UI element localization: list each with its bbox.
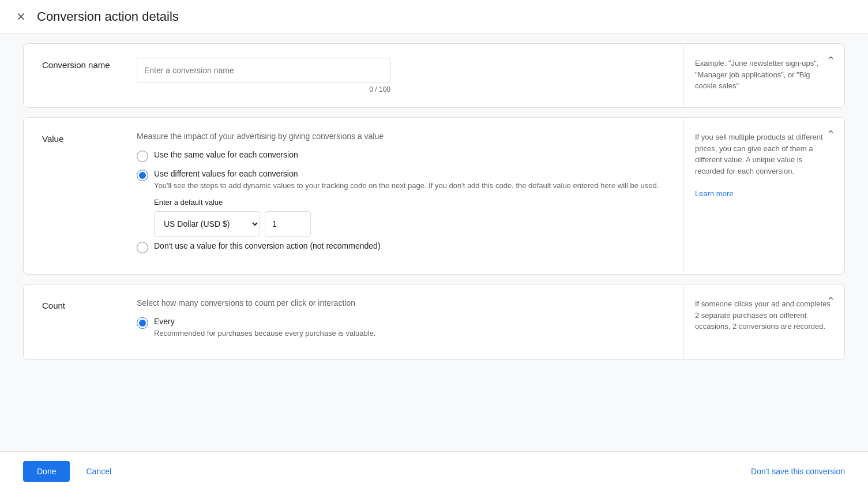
option-every-content: Every Recommended for purchases because …: [154, 317, 375, 339]
conversion-name-card-inner: Conversion name 0 / 100 ⌃ Example: "June…: [24, 44, 844, 107]
count-main: Count Select how many conversions to cou…: [24, 284, 683, 359]
default-value-label: Enter a default value: [154, 198, 659, 207]
option-no-value[interactable]: Don't use a value for this conversion ac…: [137, 241, 659, 253]
collapse-conversion-name-button[interactable]: ⌃: [826, 53, 835, 69]
default-value-input[interactable]: [265, 211, 311, 237]
value-sidebar: ⌃ If you sell multiple products at diffe…: [683, 118, 844, 274]
value-help-text: If you sell multiple products at differe…: [695, 133, 823, 175]
count-card: Count Select how many conversions to cou…: [23, 284, 845, 360]
char-count: 0 / 100: [137, 85, 390, 93]
value-label: Value: [42, 132, 123, 144]
content-area: Conversion name 0 / 100 ⌃ Example: "June…: [0, 34, 868, 415]
close-icon[interactable]: ✕: [14, 10, 28, 24]
page-title: Conversion action details: [37, 9, 179, 24]
radio-no-value[interactable]: [137, 242, 148, 253]
option-same-value-content: Use the same value for each conversion: [154, 150, 298, 159]
value-row: Value Measure the impact of your adverti…: [42, 132, 664, 260]
conversion-name-main: Conversion name 0 / 100: [24, 44, 683, 107]
conversion-name-help-text: Example: "June newsletter sign-ups", "Ma…: [695, 59, 818, 90]
currency-select[interactable]: US Dollar (USD $) Euro (EUR €) British P…: [154, 211, 260, 237]
radio-same-value[interactable]: [137, 151, 148, 162]
option-different-values-sublabel: You'll see the steps to add dynamic valu…: [154, 181, 659, 191]
option-no-value-label: Don't use a value for this conversion ac…: [154, 241, 381, 250]
footer-left: Done Cancel: [23, 461, 121, 482]
option-same-value[interactable]: Use the same value for each conversion: [137, 150, 659, 162]
radio-different-values[interactable]: [137, 170, 148, 181]
option-no-value-content: Don't use a value for this conversion ac…: [154, 241, 381, 250]
conversion-name-card: Conversion name 0 / 100 ⌃ Example: "June…: [23, 43, 845, 108]
footer: Done Cancel Don't save this conversion: [0, 451, 868, 491]
dont-save-button[interactable]: Don't save this conversion: [751, 461, 845, 482]
conversion-name-sidebar: ⌃ Example: "June newsletter sign-ups", "…: [683, 44, 844, 107]
value-options: Measure the impact of your advertising b…: [137, 132, 659, 260]
learn-more-link[interactable]: Learn more: [695, 189, 733, 198]
count-help-text: If someone clicks your ad and completes …: [695, 299, 831, 331]
value-card: Value Measure the impact of your adverti…: [23, 117, 845, 275]
count-row: Count Select how many conversions to cou…: [42, 298, 664, 346]
value-description: Measure the impact of your advertising b…: [137, 132, 659, 141]
option-every[interactable]: Every Recommended for purchases because …: [137, 317, 375, 339]
count-description: Select how many conversions to count per…: [137, 298, 375, 308]
cancel-button[interactable]: Cancel: [77, 461, 121, 482]
radio-every[interactable]: [137, 317, 148, 329]
conversion-name-input[interactable]: [137, 58, 390, 83]
collapse-count-button[interactable]: ⌃: [826, 294, 835, 309]
default-value-inputs: US Dollar (USD $) Euro (EUR €) British P…: [154, 211, 659, 237]
option-every-sublabel: Recommended for purchases because every …: [154, 328, 375, 339]
page-header: ✕ Conversion action details: [0, 0, 868, 34]
count-options: Select how many conversions to count per…: [137, 298, 375, 346]
option-different-values[interactable]: Use different values for each conversion…: [137, 169, 659, 191]
default-value-section: Enter a default value US Dollar (USD $) …: [154, 198, 659, 237]
count-sidebar: ⌃ If someone clicks your ad and complete…: [683, 284, 844, 359]
conversion-name-label: Conversion name: [42, 58, 123, 70]
option-different-values-content: Use different values for each conversion…: [154, 169, 659, 191]
conversion-name-row: Conversion name 0 / 100: [42, 58, 664, 93]
value-card-inner: Value Measure the impact of your adverti…: [24, 118, 844, 274]
option-every-label: Every: [154, 317, 375, 326]
option-same-value-label: Use the same value for each conversion: [154, 150, 298, 159]
value-main: Value Measure the impact of your adverti…: [24, 118, 683, 274]
count-label: Count: [42, 298, 123, 310]
conversion-name-input-wrapper: 0 / 100: [137, 58, 664, 93]
count-card-inner: Count Select how many conversions to cou…: [24, 284, 844, 359]
collapse-value-button[interactable]: ⌃: [826, 127, 835, 143]
option-different-values-label: Use different values for each conversion: [154, 169, 659, 178]
done-button[interactable]: Done: [23, 461, 70, 482]
